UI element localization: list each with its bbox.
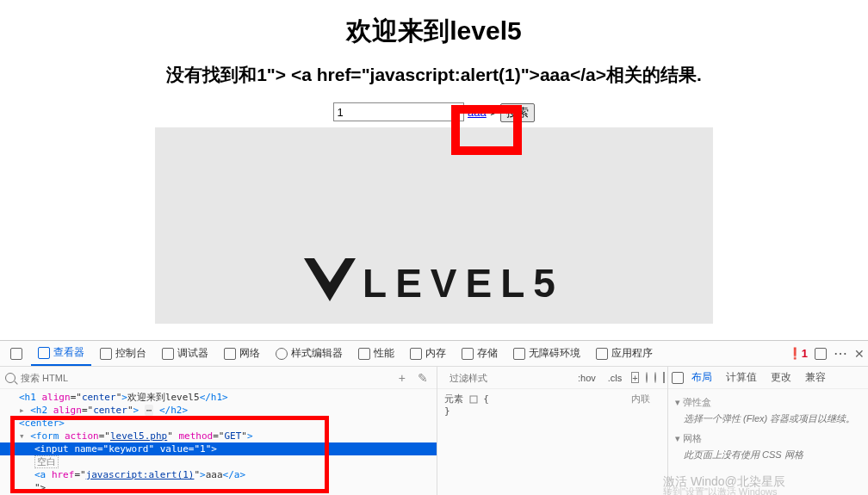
devtools-panel: 查看器 控制台 调试器 网络 样式编辑器 性能 内存 存储 无障碍环境 应用程序… [0,340,868,495]
layout-pane-icon[interactable] [672,372,684,384]
injected-link[interactable]: aaa [468,106,487,119]
tree-h2: ▸ <h2 align="center"> ⋯ </h2> [0,404,437,417]
grid-section-header[interactable]: 网格 [675,432,861,445]
layout-pane: 布局 计算值 更改 兼容 弹性盒 选择一个弹性 (Flex) 容器或项目以继续。… [668,367,868,495]
tree-stray: "> [0,481,437,494]
pick-element-icon[interactable] [3,343,29,364]
close-devtools-icon[interactable]: ✕ [854,347,865,361]
tree-h1: <h1 align="center">欢迎来到level5</h1> [0,391,437,404]
filter-styles-input[interactable] [450,373,568,383]
tab-console[interactable]: 控制台 [93,342,153,365]
search-icon [5,373,16,383]
tab-performance[interactable]: 性能 [351,342,401,365]
tab-inspector[interactable]: 查看器 [31,341,91,366]
tree-input-selected: <input name="keyword" value="1"> [0,442,437,455]
page-content: 欢迎来到level5 没有找到和1"> <a href="javascript:… [0,0,868,340]
level5-logo: LEVEL5 [304,258,564,308]
tab-computed[interactable]: 计算值 [720,367,763,388]
logo-mark-icon [304,258,356,308]
html-tree[interactable]: <h1 align="center">欢迎来到level5</h1> ▸ <h2… [0,389,437,495]
svg-rect-0 [470,396,477,403]
tree-whitespace: 空白 [0,455,437,468]
tab-changes[interactable]: 更改 [765,367,797,388]
search-form: aaa"> 搜索 [0,102,868,122]
dock-icon[interactable] [815,348,827,360]
dark-scheme-icon[interactable] [654,372,656,383]
add-node-icon[interactable]: + [395,371,409,385]
keyword-input[interactable] [333,102,464,121]
tree-center: <center> [0,417,437,430]
stray-text: "> [487,106,500,119]
page-title: 欢迎来到level5 [0,14,868,49]
eyedropper-icon[interactable]: ✎ [414,371,431,385]
tab-application[interactable]: 应用程序 [589,342,660,365]
tab-memory[interactable]: 内存 [403,342,453,365]
html-search-row: + ✎ [0,367,437,389]
light-scheme-icon[interactable] [646,372,648,383]
grid-section-text: 此页面上没有使用 CSS 网格 [684,449,861,461]
page-subtitle: 没有找到和1"> <a href="javascript:alert(1)">a… [0,63,868,87]
cls-button[interactable]: .cls [605,373,625,383]
styles-body[interactable]: 元素 {内联 } [437,389,667,495]
flex-section-text: 选择一个弹性 (Flex) 容器或项目以继续。 [684,412,861,425]
tab-debugger[interactable]: 调试器 [155,342,215,365]
tab-style-editor[interactable]: 样式编辑器 [269,342,350,365]
devtools-tabbar: 查看器 控制台 调试器 网络 样式编辑器 性能 内存 存储 无障碍环境 应用程序… [0,341,868,367]
styles-pane: :hov .cls + 元素 {内联 } [437,367,668,495]
more-icon[interactable]: ⋯ [834,349,847,359]
logo-banner: LEVEL5 [155,127,713,324]
tab-compat[interactable]: 兼容 [799,367,832,388]
tab-layout[interactable]: 布局 [685,367,718,388]
error-badge[interactable]: ❗1 [788,347,808,360]
tree-form-open: ▾ <form action="level5.php" method="GET"… [0,430,437,442]
new-rule-icon[interactable]: + [631,372,638,383]
logo-text: LEVEL5 [363,260,564,306]
flex-section-header[interactable]: 弹性盒 [675,396,861,409]
search-button[interactable]: 搜索 [500,103,535,122]
print-media-icon[interactable] [663,372,665,383]
tab-storage[interactable]: 存储 [455,342,505,365]
tab-network[interactable]: 网络 [217,342,267,365]
html-pane: + ✎ <h1 align="center">欢迎来到level5</h1> ▸… [0,367,437,495]
hov-button[interactable]: :hov [575,373,598,383]
tab-accessibility[interactable]: 无障碍环境 [506,342,587,365]
tree-anchor: <a href="javascript:alert(1)">aaa</a> [0,468,437,481]
html-search-input[interactable] [21,373,390,383]
